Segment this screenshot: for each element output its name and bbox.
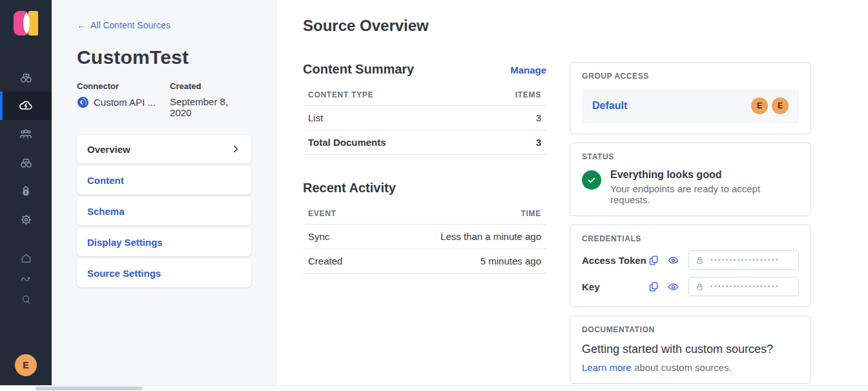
credentials-card: CREDENTIALS Access Token: [570, 225, 811, 307]
discover-binoculars-icon: [19, 70, 34, 85]
content-sources-cloud-icon: [18, 98, 34, 114]
nav-item-oversight[interactable]: [0, 148, 52, 177]
app-logo-icon: [13, 10, 39, 36]
documentation-title: Getting started with custom sources?: [582, 343, 799, 356]
nav-item-security[interactable]: [0, 177, 52, 205]
connector-value: Custom API ...: [77, 96, 170, 108]
app-root: E ← All Content Sources CustomTest Conne…: [0, 0, 868, 385]
group-link[interactable]: Default: [592, 100, 627, 112]
created-label: Created: [170, 81, 251, 91]
nav-item-settings[interactable]: [0, 205, 52, 234]
horizontal-scrollbar[interactable]: [0, 385, 868, 391]
nav-item-discover[interactable]: [0, 63, 52, 92]
learn-more-link[interactable]: Learn more: [582, 362, 632, 373]
connector-meta: Connector Custom API ...: [77, 81, 170, 118]
sidebar-item-label: Overview: [87, 144, 130, 155]
copy-button[interactable]: [648, 254, 660, 266]
page-title: Source Overview: [303, 17, 842, 35]
sidebar-item-content[interactable]: Content: [77, 166, 251, 194]
content-type-cell: Total Documents: [303, 130, 475, 155]
access-token-row: Access Token: [582, 250, 799, 270]
main-content: Source Overview Content Summary Manage C…: [277, 0, 868, 385]
sidebar-item-source-settings[interactable]: Source Settings: [77, 259, 251, 287]
source-meta: Connector Custom API ... Created S: [77, 81, 251, 118]
oversight-binoculars-icon: [19, 155, 34, 170]
curved-arrows-icon: [19, 272, 33, 286]
key-field[interactable]: ••••••••••••••••••: [688, 277, 799, 296]
lock-icon: [695, 282, 705, 292]
created-meta: Created September 8, 2020: [170, 81, 251, 118]
copy-button[interactable]: [648, 281, 660, 293]
content-summary-table: Content Type Items List 3 Total Document…: [303, 85, 546, 155]
settings-gear-icon: [19, 212, 34, 227]
table-row: Sync Less than a minute ago: [303, 225, 546, 249]
nav-item-search[interactable]: [0, 289, 52, 310]
sidebar-item-display-settings[interactable]: Display Settings: [77, 228, 251, 256]
back-arrow-icon: ←: [77, 20, 86, 30]
group-access-card: GROUP ACCESS Default E E: [570, 62, 811, 134]
masked-value: ••••••••••••••••••: [710, 257, 780, 263]
nav-item-activity[interactable]: [0, 268, 52, 289]
lock-icon: [695, 256, 705, 265]
recent-activity-table: Event Time Sync Less than a minute ago C…: [303, 203, 546, 274]
home-icon: [19, 252, 33, 265]
nav-item-home[interactable]: [0, 248, 52, 268]
info-cards-column: GROUP ACCESS Default E E STATUS: [570, 62, 811, 391]
status-card: STATUS Everything looks good Your endpoi…: [570, 143, 811, 216]
sidebar-item-label: Source Settings: [87, 268, 161, 279]
show-value-button[interactable]: [667, 281, 679, 293]
back-link[interactable]: ← All Content Sources: [77, 20, 170, 30]
app-logo[interactable]: [13, 10, 39, 36]
group-access-label: GROUP ACCESS: [582, 72, 799, 81]
user-avatar[interactable]: E: [15, 354, 37, 376]
status-subtitle: Your endpoints are ready to accept reque…: [610, 183, 799, 205]
global-nav-rail: E: [0, 0, 52, 385]
chevron-right-icon: [231, 144, 241, 154]
eye-icon: [667, 281, 679, 293]
security-lock-icon: [19, 184, 33, 198]
show-value-button[interactable]: [667, 254, 679, 266]
items-cell: 3: [475, 130, 546, 155]
masked-value: ••••••••••••••••••: [710, 283, 780, 290]
items-cell: 3: [475, 106, 546, 130]
back-link-label: All Content Sources: [90, 20, 170, 30]
sidebar-item-overview[interactable]: Overview: [77, 135, 251, 163]
credentials-label: CREDENTIALS: [582, 234, 799, 243]
key-name: Key: [582, 281, 646, 292]
status-label: STATUS: [582, 152, 799, 161]
groups-icon: [18, 126, 34, 142]
access-token-name: Access Token: [582, 255, 646, 266]
table-row-total: Total Documents 3: [303, 130, 546, 155]
active-indicator: [0, 92, 3, 120]
recent-activity-title: Recent Activity: [303, 181, 396, 196]
avatar[interactable]: E: [772, 97, 789, 114]
check-circle-icon: [582, 170, 601, 190]
avatar[interactable]: E: [751, 97, 768, 114]
event-cell: Sync: [303, 225, 373, 249]
scrollbar-thumb[interactable]: [36, 386, 142, 390]
sidebar-item-label: Content: [87, 175, 124, 186]
column-header-event: Event: [303, 203, 373, 225]
manage-link[interactable]: Manage: [510, 65, 546, 75]
group-access-row: Default E E: [582, 88, 799, 123]
table-row: Created 5 minutes ago: [303, 249, 546, 274]
time-cell: Less than a minute ago: [373, 225, 546, 249]
content-summary-title: Content Summary: [303, 62, 414, 77]
source-nav: Overview Content Schema Display Settings…: [77, 135, 251, 287]
documentation-card: DOCUMENTATION Getting started with custo…: [570, 316, 811, 384]
search-icon: [19, 293, 33, 306]
table-row: List 3: [303, 106, 546, 130]
sidebar-item-schema[interactable]: Schema: [77, 197, 251, 225]
copy-icon: [648, 281, 660, 293]
nav-item-content-sources[interactable]: [0, 92, 52, 120]
summary-column: Content Summary Manage Content Type Item…: [303, 62, 546, 391]
rail-secondary-group: [0, 248, 52, 310]
documentation-label: DOCUMENTATION: [582, 325, 799, 334]
column-header-time: Time: [373, 203, 546, 225]
nav-item-groups[interactable]: [0, 120, 52, 148]
access-token-field[interactable]: ••••••••••••••••••: [688, 250, 799, 270]
rail-primary-group: [0, 63, 52, 234]
recent-activity-section: Recent Activity Event Time Sync: [303, 181, 546, 274]
sidebar-item-label: Display Settings: [87, 237, 163, 248]
copy-icon: [648, 254, 660, 266]
